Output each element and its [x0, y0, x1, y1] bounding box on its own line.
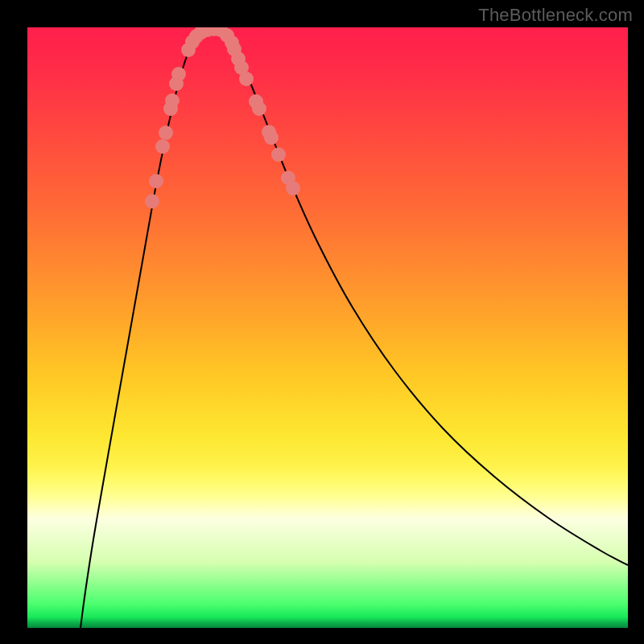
data-point: [145, 194, 159, 208]
data-points-layer: [27, 27, 628, 628]
plot-area: [27, 27, 628, 628]
data-point: [155, 139, 170, 154]
data-point: [252, 101, 266, 116]
data-point: [239, 72, 254, 86]
data-point: [165, 93, 180, 108]
data-point: [149, 174, 163, 188]
watermark-text: TheBottleneck.com: [478, 5, 633, 26]
data-point: [286, 181, 300, 196]
data-point: [264, 130, 279, 145]
data-point: [271, 147, 286, 162]
data-point: [159, 126, 173, 140]
chart-frame: TheBottleneck.com: [0, 0, 644, 644]
data-point: [171, 67, 186, 81]
